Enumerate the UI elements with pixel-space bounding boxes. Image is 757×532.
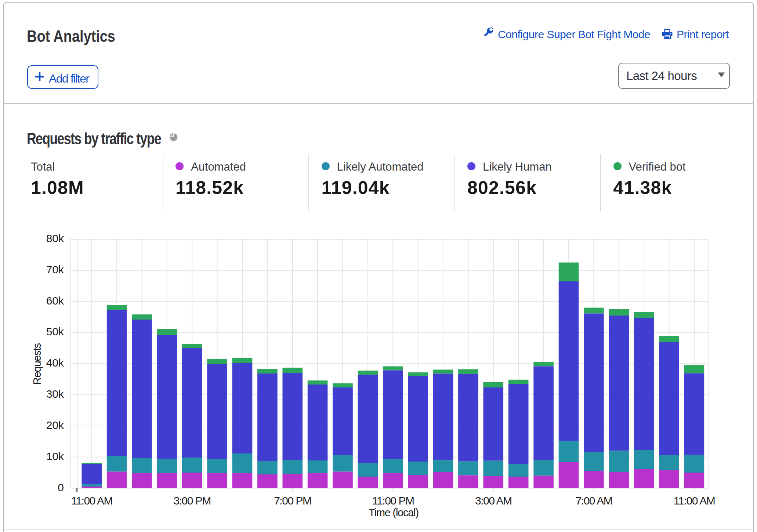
svg-text:11:00 AM: 11:00 AM [674, 495, 715, 507]
svg-text:7:00 PM: 7:00 PM [274, 495, 311, 507]
svg-text:80k: 80k [46, 232, 64, 244]
svg-text:3:00 AM: 3:00 AM [475, 495, 512, 507]
svg-text:20k: 20k [46, 419, 64, 431]
svg-text:3:00 PM: 3:00 PM [174, 495, 211, 507]
svg-text:11:00 AM: 11:00 AM [71, 495, 112, 507]
svg-text:70k: 70k [46, 263, 64, 276]
svg-text:Time (local): Time (local) [369, 507, 419, 518]
svg-text:30k: 30k [46, 388, 64, 400]
svg-text:11:00 PM: 11:00 PM [372, 495, 414, 507]
svg-text:7:00 AM: 7:00 AM [576, 495, 612, 507]
svg-text:50k: 50k [46, 325, 64, 338]
svg-text:60k: 60k [46, 295, 64, 307]
svg-text:Requests: Requests [31, 343, 43, 385]
svg-text:0: 0 [58, 481, 64, 493]
svg-text:40k: 40k [46, 357, 64, 369]
svg-text:10k: 10k [46, 450, 64, 462]
